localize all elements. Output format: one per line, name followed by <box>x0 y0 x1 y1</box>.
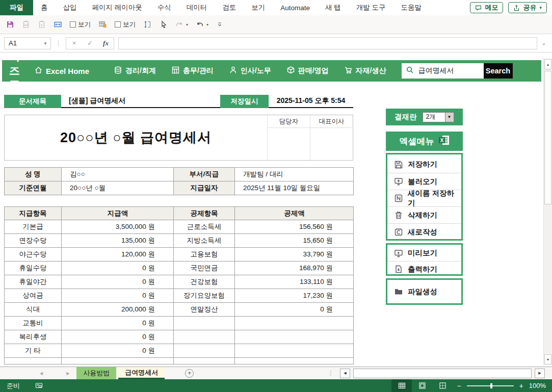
tab-formulas[interactable]: 수식 <box>150 0 179 15</box>
sign-header-ceo[interactable]: 대표이사 <box>310 115 353 127</box>
nav-item-hr[interactable]: 인사/노무 <box>229 66 271 76</box>
pay-amount[interactable]: 135,000 원 <box>62 234 174 248</box>
paste-values-icon[interactable]: 123 <box>22 20 30 29</box>
nav-item-admin[interactable]: 총무/관리 <box>171 66 214 76</box>
search-button[interactable]: Search <box>484 63 513 79</box>
tab-view[interactable]: 보기 <box>244 0 273 15</box>
deduction-amount[interactable] <box>235 330 354 344</box>
pay-amount[interactable]: 3,500,000 원 <box>62 220 174 234</box>
tab-new-tab[interactable]: 새 탭 <box>318 0 349 15</box>
col-header-deduction-item[interactable]: 공제항목 <box>174 207 235 220</box>
pay-item[interactable]: 야근수당 <box>5 248 62 262</box>
deduction-amount[interactable]: 168,970 원 <box>235 262 354 275</box>
tab-automate[interactable]: Automate <box>273 0 318 15</box>
deduction-amount[interactable]: 15,650 원 <box>235 234 354 248</box>
info-period-value[interactable]: 20○○년 ○월 <box>62 181 174 195</box>
info-payday-value[interactable]: 2025년 11월 10일 월요일 <box>235 181 354 195</box>
empty-cell[interactable] <box>235 358 354 364</box>
tab-help[interactable]: 도움말 <box>393 0 430 15</box>
nav-excel-home[interactable]: Excel Home <box>34 66 89 76</box>
deduction-item[interactable] <box>174 317 235 330</box>
tab-file[interactable]: 파일 <box>0 0 33 15</box>
vertical-scrollbar[interactable]: ▲ ▼ <box>543 59 552 365</box>
sign-cell-manager[interactable] <box>267 128 310 160</box>
pay-amount[interactable]: 0 원 <box>62 289 174 303</box>
protect-sheet-icon[interactable] <box>98 20 107 29</box>
deduction-amount[interactable]: 0 원 <box>235 303 354 317</box>
col-header-pay-amount[interactable]: 지급액 <box>62 207 174 220</box>
page-layout-view-icon[interactable] <box>412 379 432 392</box>
empty-cell[interactable] <box>62 358 174 364</box>
dropdown-arrow-icon[interactable]: ▼ <box>445 113 454 122</box>
deduction-item[interactable]: 고용보험 <box>174 248 235 262</box>
splitter-handle-icon[interactable]: ⋮ <box>328 370 334 377</box>
page-break-view-icon[interactable] <box>432 379 453 392</box>
pay-amount[interactable]: 0 원 <box>62 317 174 330</box>
saved-time-value[interactable]: 2025-11-05 오후 5:54 <box>269 95 353 108</box>
info-dept-value[interactable]: 개발팀 / 대리 <box>235 168 354 181</box>
sheet-next-icon[interactable]: ▶ <box>66 371 69 376</box>
info-payday-label[interactable]: 지급일자 <box>174 181 235 195</box>
tab-insert[interactable]: 삽입 <box>56 0 85 15</box>
display-settings-icon[interactable] <box>35 382 43 389</box>
pay-amount[interactable]: 0 원 <box>62 262 174 275</box>
saved-time-label[interactable]: 저장일시 <box>220 95 269 108</box>
insert-function-icon[interactable]: fx <box>98 39 114 47</box>
chevron-down-icon[interactable]: ▾ <box>40 41 50 46</box>
pay-item[interactable]: 연장수당 <box>5 234 62 248</box>
approval-count-dropdown[interactable]: 2개 ▼ <box>423 112 454 122</box>
qat-overflow-icon[interactable] <box>216 21 223 28</box>
view-toggle-2[interactable]: 보기 <box>115 20 136 29</box>
zoom-level-label[interactable]: 100% <box>529 382 546 389</box>
cancel-icon[interactable]: × <box>66 39 82 47</box>
deduction-item[interactable] <box>174 344 235 358</box>
scroll-down-icon[interactable]: ▼ <box>544 354 551 364</box>
tab-developer[interactable]: 개발 도구 <box>349 0 393 15</box>
pay-amount[interactable]: 0 원 <box>62 275 174 289</box>
pay-amount[interactable]: 0 원 <box>62 344 174 358</box>
comments-button[interactable]: 메모 <box>470 2 503 13</box>
scroll-up-icon[interactable]: ▲ <box>544 59 551 69</box>
tab-home[interactable]: 홈 <box>33 0 56 15</box>
zoom-slider-thumb[interactable] <box>490 383 492 388</box>
nav-item-sales[interactable]: 판매/영업 <box>286 66 329 76</box>
autofit-columns-icon[interactable] <box>54 20 62 29</box>
formula-bar-expand-icon[interactable]: ⌄ <box>540 40 548 46</box>
deduction-item[interactable]: 건강보험 <box>174 275 235 289</box>
menu-item-save-as[interactable]: 새이름 저장하기 <box>387 190 461 206</box>
deduction-amount[interactable]: 33,790 원 <box>235 248 354 262</box>
formula-input[interactable] <box>118 37 537 49</box>
zoom-slider[interactable] <box>467 385 514 386</box>
normal-view-icon[interactable] <box>391 379 412 392</box>
sheet-prev-icon[interactable]: ◀ <box>40 371 43 376</box>
hscroll-right-icon[interactable]: ▶ <box>535 369 545 378</box>
nav-item-materials[interactable]: 자재/생산 <box>344 66 386 76</box>
page-title[interactable]: 20○○년 ○월 급여명세서 <box>5 115 267 160</box>
pay-item[interactable]: 기 타 <box>5 344 62 358</box>
pay-amount[interactable]: 120,000 원 <box>62 248 174 262</box>
sheet-tab-payroll[interactable]: 급여명세서 <box>118 367 165 379</box>
pay-amount[interactable]: 0 원 <box>62 330 174 344</box>
pay-item[interactable]: 상여금 <box>5 289 62 303</box>
deduction-amount[interactable] <box>235 344 354 358</box>
deduction-amount[interactable]: 17,230 원 <box>235 289 354 303</box>
menu-item-preview[interactable]: 미리보기 <box>387 245 461 261</box>
menu-item-save[interactable]: 저장하기 <box>387 156 461 173</box>
redo-button[interactable]: ▾ <box>175 20 188 29</box>
sign-cell-ceo[interactable] <box>310 128 353 160</box>
share-button[interactable]: 공유 ▾ <box>508 2 547 13</box>
deduction-item[interactable]: 장기요양보험 <box>174 289 235 303</box>
deduction-item[interactable]: 국민연금 <box>174 262 235 275</box>
info-name-value[interactable]: 김○○ <box>62 168 174 181</box>
info-period-label[interactable]: 기준연월 <box>5 181 62 195</box>
empty-cell[interactable] <box>5 358 62 364</box>
col-header-deduction-amount[interactable]: 공제액 <box>235 207 354 220</box>
undo-button[interactable]: ▾ <box>196 20 208 29</box>
add-sheet-icon[interactable]: + <box>185 369 194 378</box>
pay-item[interactable]: 교통비 <box>5 317 62 330</box>
empty-cell[interactable] <box>174 358 235 364</box>
tab-page-layout[interactable]: 페이지 레이아웃 <box>85 0 150 15</box>
view-toggle-1[interactable]: 보기 <box>70 20 91 29</box>
deduction-amount[interactable] <box>235 317 354 330</box>
pay-item[interactable]: 휴일야간 <box>5 275 62 289</box>
